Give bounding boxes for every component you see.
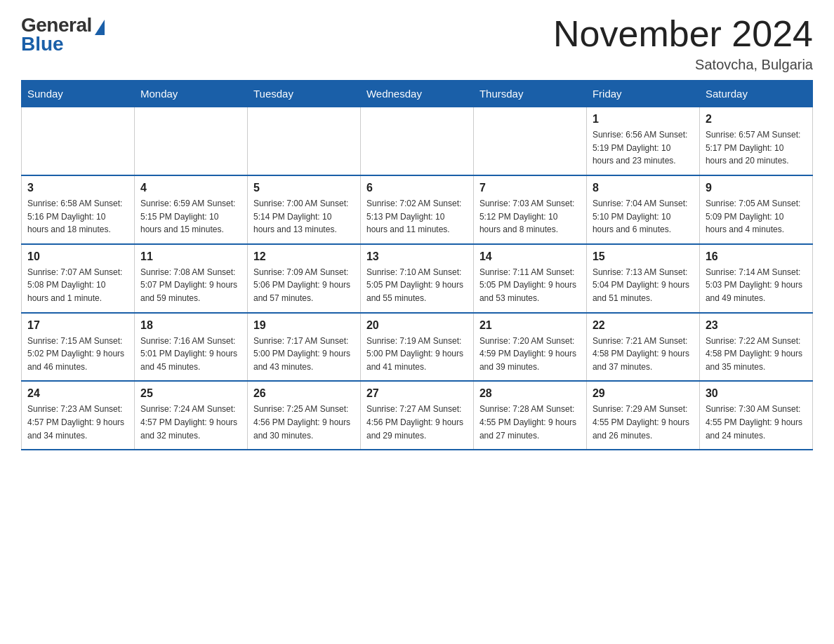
calendar-cell — [247, 107, 360, 175]
day-number: 28 — [479, 387, 581, 400]
day-info: Sunrise: 7:10 AM Sunset: 5:05 PM Dayligh… — [366, 266, 468, 305]
day-info: Sunrise: 7:20 AM Sunset: 4:59 PM Dayligh… — [479, 335, 581, 374]
weekday-header-wednesday: Wednesday — [360, 81, 473, 107]
calendar-cell: 22Sunrise: 7:21 AM Sunset: 4:58 PM Dayli… — [586, 313, 699, 382]
calendar-header: SundayMondayTuesdayWednesdayThursdayFrid… — [22, 81, 813, 107]
day-number: 25 — [140, 387, 241, 400]
day-info: Sunrise: 7:13 AM Sunset: 5:04 PM Dayligh… — [593, 266, 694, 305]
day-info: Sunrise: 7:30 AM Sunset: 4:55 PM Dayligh… — [706, 403, 807, 442]
day-number: 6 — [366, 182, 468, 194]
calendar-cell: 5Sunrise: 7:00 AM Sunset: 5:14 PM Daylig… — [247, 175, 360, 244]
day-info: Sunrise: 7:04 AM Sunset: 5:10 PM Dayligh… — [593, 197, 694, 236]
month-title: November 2024 — [553, 14, 813, 54]
calendar-cell: 26Sunrise: 7:25 AM Sunset: 4:56 PM Dayli… — [247, 381, 360, 450]
calendar-cell: 12Sunrise: 7:09 AM Sunset: 5:06 PM Dayli… — [247, 244, 360, 313]
calendar-cell — [134, 107, 247, 175]
day-number: 5 — [253, 182, 355, 194]
logo-triangle-icon — [95, 20, 105, 35]
day-info: Sunrise: 7:27 AM Sunset: 4:56 PM Dayligh… — [366, 403, 468, 442]
day-info: Sunrise: 7:09 AM Sunset: 5:06 PM Dayligh… — [253, 266, 355, 305]
calendar-cell: 8Sunrise: 7:04 AM Sunset: 5:10 PM Daylig… — [586, 175, 699, 244]
weekday-header-tuesday: Tuesday — [247, 81, 360, 107]
day-number: 29 — [593, 387, 694, 400]
day-info: Sunrise: 7:16 AM Sunset: 5:01 PM Dayligh… — [140, 335, 241, 374]
calendar-cell: 17Sunrise: 7:15 AM Sunset: 5:02 PM Dayli… — [22, 313, 135, 382]
calendar-cell: 4Sunrise: 6:59 AM Sunset: 5:15 PM Daylig… — [134, 175, 247, 244]
logo: General Blue — [21, 14, 105, 55]
calendar-cell: 15Sunrise: 7:13 AM Sunset: 5:04 PM Dayli… — [586, 244, 699, 313]
day-info: Sunrise: 7:21 AM Sunset: 4:58 PM Dayligh… — [593, 335, 694, 374]
title-area: November 2024 Satovcha, Bulgaria — [553, 14, 813, 73]
calendar-cell: 24Sunrise: 7:23 AM Sunset: 4:57 PM Dayli… — [22, 381, 135, 450]
day-number: 23 — [706, 319, 807, 332]
calendar-cell: 14Sunrise: 7:11 AM Sunset: 5:05 PM Dayli… — [473, 244, 586, 313]
day-info: Sunrise: 7:08 AM Sunset: 5:07 PM Dayligh… — [140, 266, 241, 305]
calendar-table: SundayMondayTuesdayWednesdayThursdayFrid… — [21, 80, 813, 450]
calendar-week-row: 24Sunrise: 7:23 AM Sunset: 4:57 PM Dayli… — [22, 381, 813, 450]
calendar-cell: 3Sunrise: 6:58 AM Sunset: 5:16 PM Daylig… — [22, 175, 135, 244]
day-info: Sunrise: 6:56 AM Sunset: 5:19 PM Dayligh… — [593, 128, 694, 168]
day-info: Sunrise: 7:25 AM Sunset: 4:56 PM Dayligh… — [253, 403, 355, 442]
day-number: 26 — [253, 387, 355, 400]
logo-blue-text: Blue — [21, 33, 64, 55]
day-info: Sunrise: 7:03 AM Sunset: 5:12 PM Dayligh… — [479, 197, 581, 236]
calendar-cell: 16Sunrise: 7:14 AM Sunset: 5:03 PM Dayli… — [699, 244, 812, 313]
day-number: 14 — [479, 250, 581, 263]
day-info: Sunrise: 7:23 AM Sunset: 4:57 PM Dayligh… — [27, 403, 128, 442]
calendar-week-row: 10Sunrise: 7:07 AM Sunset: 5:08 PM Dayli… — [22, 244, 813, 313]
day-number: 27 — [366, 387, 468, 400]
calendar-cell: 20Sunrise: 7:19 AM Sunset: 5:00 PM Dayli… — [360, 313, 473, 382]
day-number: 20 — [366, 319, 468, 332]
day-info: Sunrise: 7:28 AM Sunset: 4:55 PM Dayligh… — [479, 403, 581, 442]
calendar-cell: 25Sunrise: 7:24 AM Sunset: 4:57 PM Dayli… — [134, 381, 247, 450]
day-number: 12 — [253, 250, 355, 263]
calendar-cell: 19Sunrise: 7:17 AM Sunset: 5:00 PM Dayli… — [247, 313, 360, 382]
day-number: 10 — [27, 250, 128, 263]
day-info: Sunrise: 7:24 AM Sunset: 4:57 PM Dayligh… — [140, 403, 241, 442]
day-number: 18 — [140, 319, 241, 332]
calendar-cell: 7Sunrise: 7:03 AM Sunset: 5:12 PM Daylig… — [473, 175, 586, 244]
calendar-cell — [473, 107, 586, 175]
calendar-cell: 23Sunrise: 7:22 AM Sunset: 4:58 PM Dayli… — [699, 313, 812, 382]
day-info: Sunrise: 7:17 AM Sunset: 5:00 PM Dayligh… — [253, 335, 355, 374]
day-info: Sunrise: 7:29 AM Sunset: 4:55 PM Dayligh… — [593, 403, 694, 442]
weekday-header-friday: Friday — [586, 81, 699, 107]
calendar-cell: 28Sunrise: 7:28 AM Sunset: 4:55 PM Dayli… — [473, 381, 586, 450]
day-number: 22 — [593, 319, 694, 332]
day-number: 4 — [140, 182, 241, 194]
weekday-header-row: SundayMondayTuesdayWednesdayThursdayFrid… — [22, 81, 813, 107]
day-info: Sunrise: 6:57 AM Sunset: 5:17 PM Dayligh… — [706, 128, 807, 168]
weekday-header-sunday: Sunday — [22, 81, 135, 107]
calendar-cell: 9Sunrise: 7:05 AM Sunset: 5:09 PM Daylig… — [699, 175, 812, 244]
day-number: 21 — [479, 319, 581, 332]
day-number: 9 — [706, 182, 807, 194]
day-info: Sunrise: 6:58 AM Sunset: 5:16 PM Dayligh… — [27, 197, 128, 236]
calendar-cell — [360, 107, 473, 175]
calendar-week-row: 17Sunrise: 7:15 AM Sunset: 5:02 PM Dayli… — [22, 313, 813, 382]
calendar-cell: 13Sunrise: 7:10 AM Sunset: 5:05 PM Dayli… — [360, 244, 473, 313]
day-number: 15 — [593, 250, 694, 263]
day-info: Sunrise: 7:14 AM Sunset: 5:03 PM Dayligh… — [706, 266, 807, 305]
calendar-cell: 18Sunrise: 7:16 AM Sunset: 5:01 PM Dayli… — [134, 313, 247, 382]
day-info: Sunrise: 7:00 AM Sunset: 5:14 PM Dayligh… — [253, 197, 355, 236]
weekday-header-thursday: Thursday — [473, 81, 586, 107]
day-info: Sunrise: 7:07 AM Sunset: 5:08 PM Dayligh… — [27, 266, 128, 305]
calendar-cell: 10Sunrise: 7:07 AM Sunset: 5:08 PM Dayli… — [22, 244, 135, 313]
weekday-header-monday: Monday — [134, 81, 247, 107]
day-info: Sunrise: 7:11 AM Sunset: 5:05 PM Dayligh… — [479, 266, 581, 305]
day-info: Sunrise: 7:19 AM Sunset: 5:00 PM Dayligh… — [366, 335, 468, 374]
day-info: Sunrise: 7:22 AM Sunset: 4:58 PM Dayligh… — [706, 335, 807, 374]
day-number: 2 — [706, 113, 807, 126]
calendar-cell: 29Sunrise: 7:29 AM Sunset: 4:55 PM Dayli… — [586, 381, 699, 450]
day-number: 30 — [706, 387, 807, 400]
day-info: Sunrise: 7:05 AM Sunset: 5:09 PM Dayligh… — [706, 197, 807, 236]
day-info: Sunrise: 6:59 AM Sunset: 5:15 PM Dayligh… — [140, 197, 241, 236]
weekday-header-saturday: Saturday — [699, 81, 812, 107]
page-header: General Blue November 2024 Satovcha, Bul… — [21, 14, 813, 73]
calendar-cell — [22, 107, 135, 175]
day-number: 17 — [27, 319, 128, 332]
calendar-cell: 11Sunrise: 7:08 AM Sunset: 5:07 PM Dayli… — [134, 244, 247, 313]
day-number: 13 — [366, 250, 468, 263]
day-number: 11 — [140, 250, 241, 263]
calendar-cell: 27Sunrise: 7:27 AM Sunset: 4:56 PM Dayli… — [360, 381, 473, 450]
